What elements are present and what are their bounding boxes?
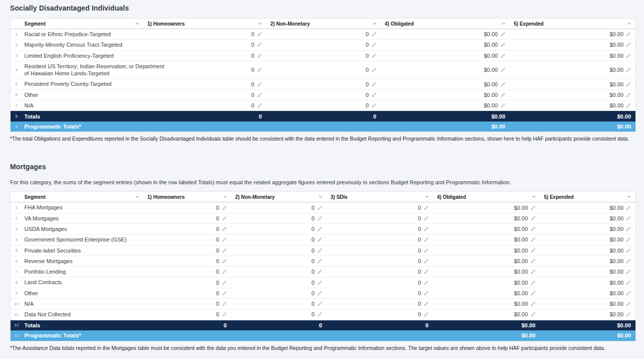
edit-icon[interactable] xyxy=(500,81,505,87)
column-header[interactable]: Segment xyxy=(23,192,144,202)
edit-icon[interactable] xyxy=(531,301,536,307)
edit-icon[interactable] xyxy=(317,248,322,254)
column-header[interactable]: 1) Homeowners xyxy=(144,19,267,29)
edit-icon[interactable] xyxy=(626,215,631,221)
column-header[interactable]: 3) SDIs xyxy=(327,192,433,202)
column-header[interactable]: 2) Non-Monetary xyxy=(267,19,381,29)
edit-icon[interactable] xyxy=(626,102,631,108)
edit-icon[interactable] xyxy=(626,301,631,307)
edit-icon[interactable] xyxy=(317,226,322,232)
edit-icon[interactable] xyxy=(317,280,322,286)
column-header[interactable]: 5) Expended xyxy=(510,19,636,29)
edit-icon[interactable] xyxy=(424,215,429,221)
edit-icon[interactable] xyxy=(371,81,376,87)
edit-icon[interactable] xyxy=(317,236,322,243)
edit-icon[interactable] xyxy=(626,226,631,232)
edit-icon[interactable] xyxy=(371,53,376,59)
edit-icon[interactable] xyxy=(257,81,262,87)
sort-chevron-icon[interactable] xyxy=(372,22,377,25)
edit-icon[interactable] xyxy=(222,215,227,221)
edit-icon[interactable] xyxy=(222,258,227,264)
edit-icon[interactable] xyxy=(222,290,227,296)
edit-icon[interactable] xyxy=(500,102,505,108)
edit-icon[interactable] xyxy=(317,290,322,296)
edit-icon[interactable] xyxy=(531,215,536,221)
sort-chevron-icon[interactable] xyxy=(532,195,536,198)
edit-icon[interactable] xyxy=(317,215,322,221)
edit-icon[interactable] xyxy=(626,205,631,211)
edit-icon[interactable] xyxy=(257,67,262,73)
edit-icon[interactable] xyxy=(317,269,322,275)
edit-icon[interactable] xyxy=(531,311,536,317)
sort-chevron-icon[interactable] xyxy=(627,195,631,198)
edit-icon[interactable] xyxy=(257,102,262,108)
edit-icon[interactable] xyxy=(317,258,322,264)
edit-icon[interactable] xyxy=(500,42,505,48)
edit-icon[interactable] xyxy=(626,269,631,275)
edit-icon[interactable] xyxy=(317,205,322,211)
edit-icon[interactable] xyxy=(500,31,505,37)
edit-icon[interactable] xyxy=(257,92,262,98)
sort-chevron-icon[interactable] xyxy=(318,195,323,198)
edit-icon[interactable] xyxy=(222,248,227,254)
sort-chevron-icon[interactable] xyxy=(425,195,429,198)
edit-icon[interactable] xyxy=(626,236,631,243)
edit-icon[interactable] xyxy=(222,269,227,275)
column-header[interactable]: 1) Homeowners xyxy=(144,192,231,202)
edit-icon[interactable] xyxy=(424,280,429,286)
edit-icon[interactable] xyxy=(531,290,536,296)
edit-icon[interactable] xyxy=(424,290,429,296)
edit-icon[interactable] xyxy=(222,226,227,232)
edit-icon[interactable] xyxy=(222,236,227,243)
edit-icon[interactable] xyxy=(626,290,631,296)
edit-icon[interactable] xyxy=(626,67,631,73)
edit-icon[interactable] xyxy=(626,81,631,87)
edit-icon[interactable] xyxy=(531,269,536,275)
column-header[interactable]: 2) Non-Monetary xyxy=(231,192,327,202)
edit-icon[interactable] xyxy=(371,102,376,108)
edit-icon[interactable] xyxy=(626,92,631,98)
edit-icon[interactable] xyxy=(500,92,505,98)
edit-icon[interactable] xyxy=(626,280,631,286)
edit-icon[interactable] xyxy=(424,301,429,307)
sort-chevron-icon[interactable] xyxy=(501,22,506,25)
edit-icon[interactable] xyxy=(257,53,262,59)
sort-chevron-icon[interactable] xyxy=(627,22,631,25)
edit-icon[interactable] xyxy=(626,53,631,59)
sort-chevron-icon[interactable] xyxy=(135,22,140,25)
edit-icon[interactable] xyxy=(424,226,429,232)
sort-chevron-icon[interactable] xyxy=(258,22,263,25)
edit-icon[interactable] xyxy=(222,280,227,286)
edit-icon[interactable] xyxy=(424,248,429,254)
edit-icon[interactable] xyxy=(531,236,536,243)
edit-icon[interactable] xyxy=(317,301,322,307)
edit-icon[interactable] xyxy=(222,205,227,211)
edit-icon[interactable] xyxy=(531,226,536,232)
edit-icon[interactable] xyxy=(371,92,376,98)
edit-icon[interactable] xyxy=(317,311,322,317)
column-header[interactable]: 4) Obligated xyxy=(381,19,510,29)
column-header[interactable]: 5) Expended xyxy=(540,192,636,202)
edit-icon[interactable] xyxy=(626,31,631,37)
edit-icon[interactable] xyxy=(626,311,631,317)
edit-icon[interactable] xyxy=(626,258,631,264)
edit-icon[interactable] xyxy=(500,53,505,59)
sort-chevron-icon[interactable] xyxy=(135,195,140,198)
edit-icon[interactable] xyxy=(626,248,631,254)
edit-icon[interactable] xyxy=(626,42,631,48)
column-header[interactable]: 4) Obligated xyxy=(433,192,540,202)
edit-icon[interactable] xyxy=(222,301,227,307)
column-header[interactable]: Segment xyxy=(23,19,144,29)
sort-chevron-icon[interactable] xyxy=(223,195,227,198)
edit-icon[interactable] xyxy=(371,42,376,48)
edit-icon[interactable] xyxy=(531,280,536,286)
edit-icon[interactable] xyxy=(531,248,536,254)
edit-icon[interactable] xyxy=(424,269,429,275)
edit-icon[interactable] xyxy=(371,67,376,73)
edit-icon[interactable] xyxy=(424,311,429,317)
edit-icon[interactable] xyxy=(424,236,429,243)
edit-icon[interactable] xyxy=(531,205,536,211)
edit-icon[interactable] xyxy=(371,31,376,37)
edit-icon[interactable] xyxy=(424,205,429,211)
edit-icon[interactable] xyxy=(257,31,262,37)
